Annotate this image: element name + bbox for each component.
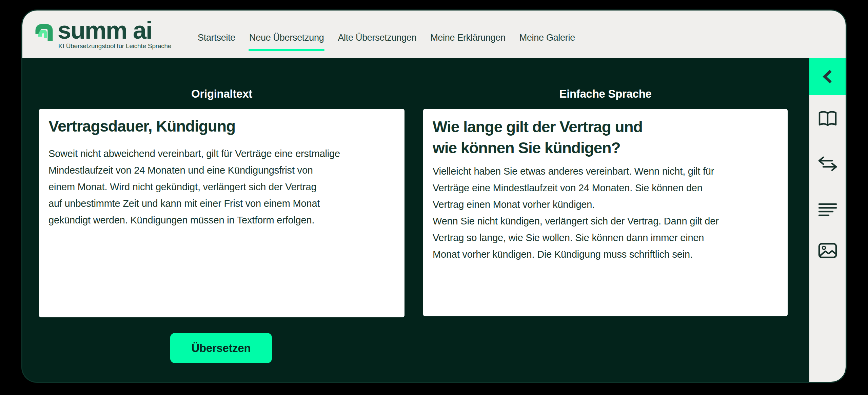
text-lines-icon (818, 203, 837, 217)
brand-text-block: summ ai KI Übersetzungstool für Leichte … (58, 19, 171, 50)
swap-arrows-icon (818, 156, 837, 172)
nav-item-alte-uebersetzungen[interactable]: Alte Übersetzungen (338, 33, 416, 43)
gallery-tool-button[interactable] (818, 243, 837, 258)
brand-tagline: KI Übersetzungstool für Leichte Sprache (58, 42, 171, 50)
main-nav: Startseite Neue Übersetzung Alte Überset… (198, 11, 575, 58)
image-icon (818, 243, 837, 258)
simple-language-heading: Einfache Sprache (423, 87, 788, 100)
summ-ai-logo-icon (34, 22, 53, 42)
original-text-card[interactable]: Vertragsdauer, Kündigung Soweit nicht ab… (39, 109, 405, 317)
original-text-title: Vertragsdauer, Kündigung (48, 116, 395, 136)
simple-language-title: Wie lange gilt der Vertrag und wie könne… (433, 116, 778, 158)
tools-sidebar (809, 58, 846, 383)
nav-item-neue-uebersetzung[interactable]: Neue Übersetzung (249, 33, 324, 43)
nav-item-meine-galerie[interactable]: Meine Galerie (519, 33, 575, 43)
original-text-heading: Originaltext (39, 87, 405, 100)
nav-item-meine-erklaerungen[interactable]: Meine Erklärungen (430, 33, 506, 43)
translate-button[interactable]: Übersetzen (170, 333, 272, 363)
simple-language-card[interactable]: Wie lange gilt der Vertrag und wie könne… (423, 109, 788, 316)
swap-translation-tool-button[interactable] (818, 156, 837, 172)
chevron-left-icon (822, 69, 833, 84)
page-background: summ ai KI Übersetzungstool für Leichte … (0, 0, 868, 395)
translation-workspace: Originaltext Einfache Sprache Vertragsda… (22, 58, 846, 383)
app-window: summ ai KI Übersetzungstool für Leichte … (21, 9, 847, 383)
book-open-icon (818, 110, 837, 127)
brand-name: summ ai (58, 19, 171, 41)
collapse-sidebar-button[interactable] (809, 58, 846, 95)
brand-logo[interactable]: summ ai KI Übersetzungstool für Leichte … (34, 19, 171, 50)
nav-item-startseite[interactable]: Startseite (198, 33, 235, 43)
text-summary-tool-button[interactable] (818, 203, 837, 217)
original-text-body[interactable]: Soweit nicht abweichend vereinbart, gilt… (48, 145, 395, 229)
top-navigation-bar: summ ai KI Übersetzungstool für Leichte … (22, 11, 846, 58)
simple-language-body[interactable]: Vielleicht haben Sie etwas anderes verei… (433, 163, 778, 263)
dictionary-tool-button[interactable] (818, 110, 837, 127)
